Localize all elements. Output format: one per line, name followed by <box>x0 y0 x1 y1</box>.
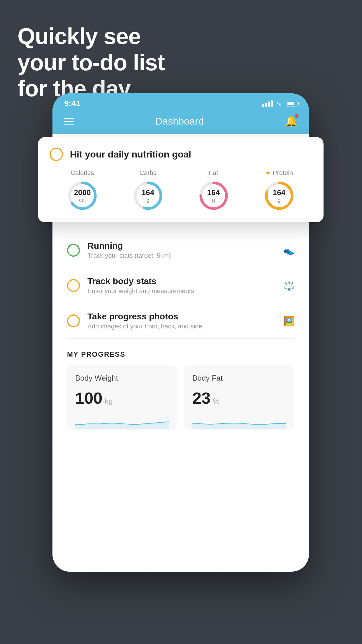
notification-bell[interactable]: 🔔 <box>285 115 297 127</box>
wifi-icon: ∿ <box>276 99 282 108</box>
protein-unit: g <box>273 197 285 204</box>
calories-value: 2000 <box>74 188 91 197</box>
card-check-circle[interactable] <box>50 148 63 161</box>
headline-line2: your to-do list <box>17 50 165 76</box>
calories-label: Calories <box>71 169 94 177</box>
nutrition-circles: Calories 2000 cal Carbs <box>50 169 312 212</box>
photo-icon: 🖼️ <box>284 316 294 326</box>
status-time: 9:41 <box>64 99 80 108</box>
list-item[interactable]: Take progress photos Add images of your … <box>67 303 294 339</box>
nav-bar: Dashboard 🔔 <box>52 111 309 134</box>
nutrition-card: Hit your daily nutrition goal Calories 2… <box>38 137 324 222</box>
card-title: Hit your daily nutrition goal <box>70 149 191 160</box>
signal-icon <box>262 100 273 107</box>
carbs-label: Carbs <box>139 169 157 177</box>
fat-label: Fat <box>209 169 218 177</box>
todo-name: Track body stats <box>87 276 284 286</box>
nutrition-fat: Fat 164 g <box>198 169 230 212</box>
todo-sub: Track your stats (target: 5km) <box>87 252 284 260</box>
body-weight-chart <box>75 414 169 429</box>
body-fat-value: 23 <box>192 388 210 407</box>
list-item[interactable]: Track body stats Enter your weight and m… <box>67 268 294 303</box>
todo-checkbox[interactable] <box>67 244 80 257</box>
running-icon: 👟 <box>284 245 294 256</box>
headline: Quickly see your to-do list for the day. <box>17 23 165 102</box>
nav-title: Dashboard <box>155 116 204 127</box>
body-fat-title: Body Fat <box>192 374 286 383</box>
battery-icon <box>286 101 297 106</box>
todo-name: Running <box>87 241 284 251</box>
todo-list: Running Track your stats (target: 5km) 👟… <box>52 233 309 339</box>
status-bar: 9:41 ∿ <box>52 93 309 111</box>
list-item[interactable]: Running Track your stats (target: 5km) 👟 <box>67 233 294 268</box>
nutrition-calories: Calories 2000 cal <box>66 169 99 212</box>
todo-checkbox[interactable] <box>67 314 80 327</box>
todo-sub: Add images of your front, back, and side <box>87 323 284 330</box>
status-icons: ∿ <box>262 99 297 108</box>
star-icon: ★ <box>265 169 271 177</box>
fat-ring: 164 g <box>198 180 230 212</box>
scale-icon: ⚖️ <box>284 281 294 291</box>
protein-label: ★Protein <box>265 169 293 177</box>
protein-value: 164 <box>273 188 285 197</box>
carbs-unit: g <box>142 197 154 204</box>
my-progress-section: MY PROGRESS Body Weight 100 kg Body Fat <box>52 339 309 442</box>
body-fat-card[interactable]: Body Fat 23 % <box>184 365 294 430</box>
protein-ring: 164 g <box>263 180 295 212</box>
body-weight-card[interactable]: Body Weight 100 kg <box>67 365 177 430</box>
calories-ring: 2000 cal <box>66 180 99 212</box>
headline-line1: Quickly see <box>17 23 165 50</box>
nutrition-protein: ★Protein 164 g <box>263 169 295 212</box>
nutrition-carbs: Carbs 164 g <box>132 169 164 212</box>
fat-value: 164 <box>207 188 220 197</box>
body-weight-value: 100 <box>75 388 102 407</box>
fat-unit: g <box>207 197 220 204</box>
my-progress-header: MY PROGRESS <box>67 350 294 358</box>
carbs-value: 164 <box>142 188 154 197</box>
todo-name: Take progress photos <box>87 312 284 321</box>
body-weight-unit: kg <box>105 397 113 406</box>
body-fat-chart <box>192 414 286 429</box>
body-weight-title: Body Weight <box>75 374 169 383</box>
todo-sub: Enter your weight and measurements <box>87 287 284 295</box>
calories-unit: cal <box>74 197 91 204</box>
notification-dot <box>295 114 298 118</box>
progress-cards: Body Weight 100 kg Body Fat 23 % <box>67 365 294 430</box>
todo-checkbox[interactable] <box>67 279 80 292</box>
body-fat-unit: % <box>213 397 219 406</box>
carbs-ring: 164 g <box>132 180 164 212</box>
hamburger-menu[interactable] <box>64 118 74 125</box>
